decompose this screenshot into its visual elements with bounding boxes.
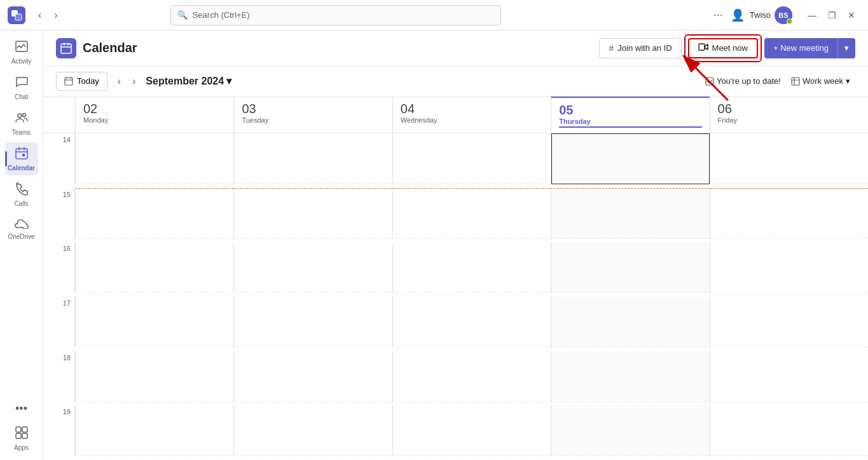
calendar-header-right: # Join with an ID Meet now: [599, 38, 855, 58]
calendar-days-header: 02 Monday 03 Tuesday 04 Wednesday: [43, 97, 868, 133]
nav-buttons: ‹ ›: [33, 7, 63, 24]
svg-rect-9: [16, 433, 21, 438]
svg-rect-1: [15, 14, 22, 20]
prev-month-button[interactable]: ‹: [113, 73, 126, 90]
cell-tue-17[interactable]: [233, 297, 392, 348]
sidebar-item-apps[interactable]: Apps: [5, 422, 38, 455]
month-title[interactable]: September 2024 ▾: [146, 75, 231, 87]
meet-now-button[interactable]: Meet now: [688, 38, 758, 58]
cell-wed-15[interactable]: [392, 188, 551, 239]
cell-mon-14[interactable]: [75, 133, 233, 184]
cell-mon-18[interactable]: [75, 351, 233, 402]
svg-rect-8: [22, 427, 27, 432]
day-header-tue: 03 Tuesday: [233, 97, 392, 133]
teams-icon: [15, 111, 29, 128]
cell-wed-19[interactable]: [392, 405, 551, 456]
close-button[interactable]: ✕: [843, 8, 860, 23]
search-icon: 🔍: [177, 10, 188, 20]
cell-wed-18[interactable]: [392, 351, 551, 402]
cell-tue-15[interactable]: [233, 188, 392, 239]
cell-thu-19[interactable]: [551, 405, 709, 456]
sidebar-item-more[interactable]: ••• ···: [5, 398, 38, 419]
today-underline: [559, 126, 701, 128]
join-with-id-button[interactable]: # Join with an ID: [599, 38, 681, 58]
chat-icon: [15, 75, 29, 92]
calendar-title: Calendar: [83, 41, 137, 55]
avatar[interactable]: BS: [775, 6, 792, 24]
next-month-button[interactable]: ›: [127, 73, 141, 90]
cell-mon-17[interactable]: [75, 297, 233, 348]
svg-rect-14: [65, 78, 72, 85]
calendar-sidebar-icon: [15, 146, 29, 163]
time-17: 17: [43, 297, 75, 348]
nav-back-button[interactable]: ‹: [33, 7, 46, 24]
titlebar: ‹ › 🔍 Search (Ctrl+E) ··· 👤 Twiso BS — ❐…: [0, 0, 868, 30]
nav-forward-button[interactable]: ›: [49, 7, 62, 24]
cell-mon-15[interactable]: [75, 188, 233, 239]
day-name-tue: Tuesday: [242, 116, 384, 124]
time-14: 14: [43, 133, 75, 184]
day-name-mon: Monday: [83, 116, 226, 124]
sidebar-teams-label: Teams: [12, 129, 31, 136]
cell-thu-18[interactable]: [551, 351, 709, 402]
day-num-tue: 03: [242, 102, 384, 116]
svg-rect-11: [61, 44, 71, 53]
cell-wed-17[interactable]: [392, 297, 551, 348]
cell-fri-17[interactable]: [710, 297, 868, 348]
sidebar: Activity Chat Teams: [0, 30, 43, 460]
more-options-button[interactable]: ···: [711, 6, 726, 24]
chevron-down-icon: ▾: [844, 43, 849, 53]
cell-mon-19[interactable]: [75, 405, 233, 456]
sidebar-item-calendar[interactable]: Calendar: [5, 142, 38, 175]
cell-thu-17[interactable]: [551, 297, 709, 348]
sidebar-item-onedrive[interactable]: OneDrive: [5, 213, 38, 244]
cell-wed-14[interactable]: [392, 133, 551, 184]
cell-wed-16[interactable]: [392, 242, 551, 293]
cell-tue-16[interactable]: [233, 242, 392, 293]
activity-icon: [15, 39, 29, 57]
sidebar-item-activity[interactable]: Activity: [5, 36, 38, 69]
today-calendar-icon: [64, 77, 73, 86]
nav-arrows: ‹ ›: [113, 73, 141, 90]
sidebar-activity-label: Activity: [11, 58, 32, 65]
cell-fri-19[interactable]: [710, 405, 868, 456]
sidebar-calls-label: Calls: [14, 200, 28, 207]
onedrive-icon: [15, 217, 29, 232]
apps-icon: [15, 426, 29, 443]
cell-fri-15[interactable]: [710, 188, 868, 239]
time-16: 16: [43, 242, 75, 293]
svg-rect-12: [699, 44, 705, 50]
user-info: Twiso BS: [750, 6, 792, 24]
titlebar-right: ··· 👤 Twiso BS — ❐ ✕: [711, 6, 860, 24]
cell-tue-18[interactable]: [233, 351, 392, 402]
svg-rect-10: [22, 433, 27, 438]
profile-icon: 👤: [731, 8, 745, 22]
minimize-button[interactable]: —: [803, 8, 822, 23]
workweek-icon: [791, 77, 800, 86]
search-bar[interactable]: 🔍 Search (Ctrl+E): [170, 5, 501, 25]
time-19: 19: [43, 405, 75, 456]
svg-rect-7: [16, 427, 21, 432]
new-meeting-button[interactable]: + New meeting: [764, 38, 837, 58]
sidebar-item-chat[interactable]: Chat: [5, 71, 38, 104]
cell-thu-15[interactable]: [551, 188, 709, 239]
calendar-grid-container: 02 Monday 03 Tuesday 04 Wednesday: [43, 97, 868, 460]
today-button[interactable]: Today: [56, 72, 107, 91]
cell-tue-19[interactable]: [233, 405, 392, 456]
sidebar-item-teams[interactable]: Teams: [5, 107, 38, 140]
cell-fri-14[interactable]: [710, 133, 868, 184]
video-icon: [698, 43, 708, 53]
cell-thu-14[interactable]: [551, 133, 709, 184]
cell-tue-14[interactable]: [233, 133, 392, 184]
sidebar-item-calls[interactable]: Calls: [5, 178, 38, 211]
maximize-button[interactable]: ❐: [823, 8, 841, 23]
sidebar-calendar-label: Calendar: [8, 165, 35, 172]
cell-thu-16[interactable]: [551, 242, 709, 293]
main-layout: Activity Chat Teams: [0, 30, 868, 460]
cell-fri-18[interactable]: [710, 351, 868, 402]
new-meeting-dropdown-button[interactable]: ▾: [837, 38, 855, 58]
cell-fri-16[interactable]: [710, 242, 868, 293]
workweek-view-button[interactable]: Work week ▾: [786, 74, 855, 88]
cell-mon-16[interactable]: [75, 242, 233, 293]
cal-nav-right: You're up to date! Work week ▾: [705, 74, 855, 88]
